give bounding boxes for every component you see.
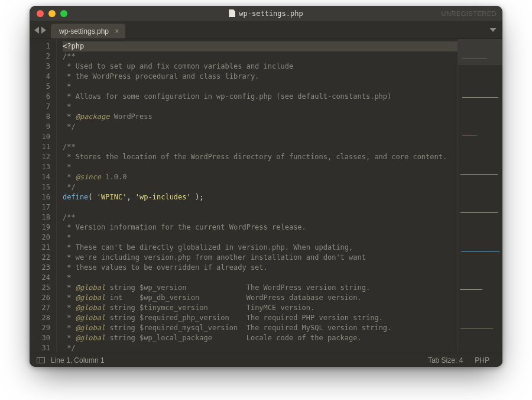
line-number: 23 — [30, 263, 50, 273]
line-number: 20 — [30, 233, 50, 243]
line-number: 9 — [30, 122, 50, 132]
line-number: 8 — [30, 112, 50, 122]
code-line[interactable]: * — [63, 162, 458, 172]
line-number: 29 — [30, 323, 50, 333]
tab-bar: wp-settings.php × — [30, 21, 502, 39]
tab-overflow-button[interactable] — [489, 21, 502, 38]
minimap[interactable] — [458, 39, 502, 353]
line-number: 10 — [30, 132, 50, 142]
code-line[interactable]: /** — [63, 51, 458, 62]
line-number: 12 — [30, 152, 50, 162]
nav-forward-button[interactable] — [41, 27, 46, 34]
line-number: 24 — [30, 273, 50, 283]
code-line[interactable]: * @global string $wp_version The WordPre… — [63, 283, 458, 293]
code-line[interactable]: */ — [63, 343, 458, 353]
close-window-button[interactable] — [37, 10, 44, 17]
window-title: wp-settings.php — [30, 9, 502, 18]
minimize-window-button[interactable] — [48, 10, 56, 17]
code-line[interactable]: * — [63, 233, 458, 243]
code-area[interactable]: <?php/** * Used to set up and fix common… — [57, 39, 458, 353]
line-number: 18 — [30, 212, 50, 222]
code-line[interactable]: * we're including version.php from anoth… — [63, 253, 458, 263]
code-line[interactable]: * Used to set up and fix common variable… — [63, 62, 458, 72]
code-line[interactable] — [63, 202, 458, 212]
title-bar: wp-settings.php UNREGISTERED — [30, 6, 502, 21]
line-number: 22 — [30, 253, 50, 263]
code-line[interactable]: * @package WordPress — [63, 112, 458, 122]
line-number: 16 — [30, 192, 50, 202]
code-line[interactable]: /** — [63, 212, 458, 222]
line-number: 25 — [30, 283, 50, 293]
nav-buttons — [30, 21, 51, 38]
code-line[interactable]: * — [63, 82, 458, 92]
line-number: 2 — [30, 51, 50, 62]
line-number: 3 — [30, 62, 50, 72]
code-line[interactable]: * These can't be directly globalized in … — [63, 243, 458, 253]
code-line[interactable]: * — [63, 102, 458, 112]
line-number: 5 — [30, 82, 50, 92]
code-line[interactable]: /** — [63, 142, 458, 152]
file-icon — [229, 9, 235, 17]
minimap-content — [460, 39, 501, 353]
line-number: 17 — [30, 202, 50, 212]
code-line[interactable]: <?php — [63, 41, 458, 51]
line-number: 21 — [30, 243, 50, 253]
tab-label: wp-settings.php — [59, 27, 109, 36]
code-line[interactable]: */ — [63, 182, 458, 192]
status-bar: Line 1, Column 1 Tab Size: 4 PHP — [30, 353, 502, 367]
line-number: 7 — [30, 102, 50, 112]
editor-area: 1234567891011121314151617181920212223242… — [30, 39, 502, 353]
zoom-window-button[interactable] — [60, 10, 67, 17]
tab-active[interactable]: wp-settings.php × — [51, 24, 125, 38]
code-line[interactable]: * @since 1.0.0 — [63, 172, 458, 182]
line-number: 31 — [30, 343, 50, 353]
line-number-gutter[interactable]: 1234567891011121314151617181920212223242… — [30, 39, 57, 353]
line-number: 6 — [30, 92, 50, 102]
nav-back-button[interactable] — [34, 27, 39, 34]
code-line[interactable]: define( 'WPINC', 'wp-includes' ); — [63, 192, 458, 202]
line-number: 30 — [30, 333, 50, 343]
line-number: 28 — [30, 313, 50, 323]
code-line[interactable]: * Stores the location of the WordPress d… — [63, 152, 458, 162]
code-line[interactable]: * @global string $required_mysql_version… — [63, 323, 458, 333]
code-line[interactable]: */ — [63, 122, 458, 132]
chevron-down-icon — [489, 28, 497, 32]
code-line[interactable]: * Version information for the current Wo… — [63, 222, 458, 233]
code-line[interactable]: * Allows for some configuration in wp-co… — [63, 92, 458, 102]
code-line[interactable]: * the WordPress procedural and class lib… — [63, 72, 458, 82]
code-line[interactable]: * @global string $tinymce_version TinyMC… — [63, 303, 458, 313]
line-number: 26 — [30, 293, 50, 303]
code-line[interactable]: * these values to be overridden if alrea… — [63, 263, 458, 273]
line-number: 11 — [30, 142, 50, 152]
window-controls — [30, 10, 67, 17]
code-line[interactable] — [63, 132, 458, 142]
side-panel-toggle[interactable] — [37, 357, 45, 363]
cursor-position[interactable]: Line 1, Column 1 — [51, 356, 105, 364]
tab-size-selector[interactable]: Tab Size: 4 — [422, 356, 469, 364]
code-line[interactable]: * @global string $required_php_version T… — [63, 313, 458, 323]
tab-close-button[interactable]: × — [115, 27, 119, 35]
line-number: 15 — [30, 182, 50, 192]
registration-status: UNREGISTERED — [442, 6, 497, 21]
code-line[interactable]: * — [63, 273, 458, 283]
line-number: 1 — [30, 41, 50, 51]
syntax-selector[interactable]: PHP — [469, 356, 495, 364]
line-number: 27 — [30, 303, 50, 313]
line-number: 19 — [30, 222, 50, 233]
code-line[interactable]: * @global int $wp_db_version WordPress d… — [63, 293, 458, 303]
line-number: 14 — [30, 172, 50, 182]
line-number: 13 — [30, 162, 50, 172]
code-line[interactable]: * @global string $wp_local_package Local… — [63, 333, 458, 343]
editor-window: wp-settings.php UNREGISTERED wp-settings… — [30, 6, 502, 367]
window-title-text: wp-settings.php — [239, 9, 303, 18]
line-number: 4 — [30, 72, 50, 82]
